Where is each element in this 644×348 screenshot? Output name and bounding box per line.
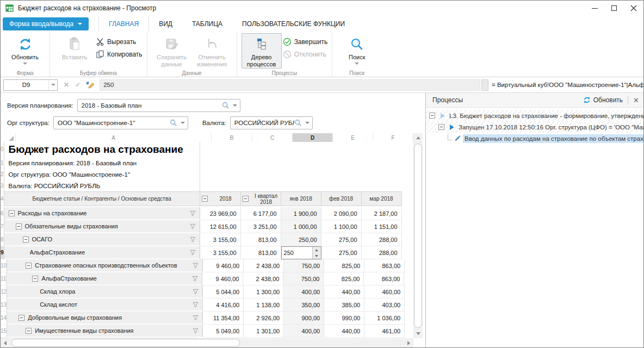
spinner-down-icon[interactable] xyxy=(313,253,321,259)
undo-changes-button[interactable]: Отменить изменения xyxy=(192,33,232,69)
form-io-menu-button[interactable]: Форма ввода/вывода xyxy=(3,17,89,30)
column-header-D[interactable]: D xyxy=(293,133,333,142)
scroll-up-button[interactable] xyxy=(413,133,423,142)
collapse-minus-icon[interactable] xyxy=(26,328,32,334)
filter-funnel-icon[interactable] xyxy=(190,250,196,257)
value-cell[interactable]: 3 155,00 xyxy=(200,233,241,246)
empty-cell[interactable] xyxy=(241,142,281,157)
minimize-button[interactable] xyxy=(585,1,604,16)
name-box-dropdown[interactable] xyxy=(48,80,57,90)
period-header-cell[interactable]: 2018 xyxy=(200,191,241,206)
value-cell[interactable]: 2 926,00 xyxy=(244,312,284,325)
collapse-minus-icon[interactable] xyxy=(18,315,24,321)
chevron-down-icon[interactable] xyxy=(305,122,309,124)
scroll-down-button[interactable] xyxy=(413,329,423,338)
filter-funnel-icon[interactable] xyxy=(190,237,196,244)
collapse-minus-icon[interactable] xyxy=(9,210,15,216)
value-cell[interactable]: 12 615,00 xyxy=(200,220,241,233)
value-cell[interactable]: 990,00 xyxy=(324,312,364,325)
paste-button[interactable]: Вставить xyxy=(54,33,95,61)
tab-user-functions[interactable]: ПОЛЬЗОВАТЕЛЬСКИЕ ФУНКЦИИ xyxy=(232,16,355,32)
currency-field[interactable]: РОССИЙСКИЙ РУБЛЬ xyxy=(230,116,313,129)
row-number[interactable]: 14 xyxy=(1,312,7,325)
value-cell[interactable]: 11 354,00 xyxy=(203,312,244,325)
empty-cell[interactable] xyxy=(281,142,321,157)
value-cell[interactable]: 385,00 xyxy=(324,299,364,312)
editing-cell-d9[interactable]: 250 xyxy=(281,246,321,259)
value-cell[interactable]: 863,00 xyxy=(364,272,404,285)
panel-close-icon[interactable]: ✕ xyxy=(633,96,639,104)
sheet-title-cell[interactable]: Бюджет расходов на страхование xyxy=(4,142,200,157)
budget-item-cell[interactable]: Имущественные виды страхования xyxy=(7,325,203,338)
chevron-down-icon[interactable] xyxy=(181,122,185,124)
filter-funnel-icon[interactable] xyxy=(190,210,196,217)
filter-funnel-icon[interactable] xyxy=(193,263,199,270)
info-cell[interactable]: Валюта: РОССИЙСКИЙ РУБЛЬ xyxy=(4,180,200,191)
value-cell[interactable]: 440,00 xyxy=(324,285,364,299)
value-cell[interactable]: 275,00 xyxy=(321,246,362,259)
budget-item-cell[interactable]: ОСАГО xyxy=(4,233,200,246)
budget-item-cell[interactable]: АльфаСтрахование xyxy=(4,246,200,259)
budget-item-cell[interactable]: Добровольные виды страхования xyxy=(7,312,203,325)
value-cell[interactable]: 900,00 xyxy=(284,312,324,325)
select-all-corner[interactable] xyxy=(1,133,16,142)
value-cell[interactable]: 440,00 xyxy=(324,325,364,338)
maximize-button[interactable] xyxy=(604,1,624,16)
budget-item-cell[interactable]: Склад хлора xyxy=(7,285,203,299)
filter-funnel-icon[interactable] xyxy=(193,328,199,335)
value-cell[interactable]: 403,00 xyxy=(364,299,405,312)
collapse-minus-icon[interactable] xyxy=(32,276,38,282)
reject-button[interactable]: Отклонить xyxy=(283,50,328,59)
value-cell[interactable]: 9 460,00 xyxy=(203,259,244,272)
period-header-cell[interactable]: янв 2018 xyxy=(281,191,321,206)
value-cell[interactable]: 1 000,00 xyxy=(281,220,321,233)
refresh-button[interactable]: Обновить xyxy=(5,33,45,65)
value-cell[interactable]: 460,00 xyxy=(364,285,405,299)
tab-table[interactable]: ТАБЛИЦА xyxy=(182,16,232,32)
finish-button[interactable]: Завершить xyxy=(283,38,328,46)
value-cell[interactable]: 9 460,00 xyxy=(202,272,243,285)
empty-cell[interactable] xyxy=(281,157,321,169)
copy-button[interactable]: Копировать xyxy=(96,50,143,59)
value-cell[interactable]: 1 138,00 xyxy=(244,299,284,312)
empty-cell[interactable] xyxy=(362,169,402,180)
value-cell[interactable]: 2 090,00 xyxy=(321,207,362,220)
save-data-button[interactable]: Сохранить данные xyxy=(152,33,192,69)
value-cell[interactable]: 1 300,00 xyxy=(244,285,284,299)
collapse-minus-icon[interactable] xyxy=(26,263,32,269)
column-header-F[interactable]: F xyxy=(373,133,413,142)
value-cell[interactable]: 1 151,00 xyxy=(362,220,402,233)
period-header-cell[interactable]: I квартал 2018 xyxy=(241,191,281,206)
value-cell[interactable]: 23 969,00 xyxy=(200,207,241,220)
version-field[interactable]: 2018 - Базовый план xyxy=(77,99,240,112)
process-tree-item[interactable]: Запущен 17.10.2018 12:50:16 Орг. структу… xyxy=(426,121,643,133)
row-number[interactable]: 10 xyxy=(1,259,7,272)
process-tree-button[interactable]: Дерево процессов xyxy=(242,33,282,69)
process-tree-item[interactable]: Ввод данных по расходам на страхование п… xyxy=(426,133,643,144)
column-header-C[interactable]: C xyxy=(252,133,293,142)
horizontal-scrollbar[interactable] xyxy=(1,338,413,347)
collapse-minus-icon[interactable] xyxy=(243,196,249,202)
filter-funnel-icon[interactable] xyxy=(192,276,198,283)
value-cell[interactable]: 5 044,00 xyxy=(203,285,244,299)
value-cell[interactable]: 2 438,00 xyxy=(244,259,284,272)
row-number[interactable]: 12 xyxy=(1,285,7,299)
column-header-A[interactable]: A xyxy=(16,133,212,142)
value-cell[interactable]: 1 036,00 xyxy=(364,312,405,325)
empty-cell[interactable] xyxy=(321,142,362,157)
value-cell[interactable]: 350,00 xyxy=(284,299,324,312)
value-cell[interactable]: 5 049,00 xyxy=(203,325,244,338)
value-cell[interactable]: 3 251,00 xyxy=(241,220,281,233)
empty-cell[interactable] xyxy=(321,169,362,180)
budget-item-cell[interactable]: Обязательные виды страхования xyxy=(4,220,200,233)
header-label-cell[interactable]: Бюджетные статьи / Контрагенты / Основны… xyxy=(4,191,200,206)
lookup-search-icon[interactable] xyxy=(170,119,177,127)
filter-funnel-icon[interactable] xyxy=(193,289,199,296)
value-cell[interactable]: 400,00 xyxy=(284,325,324,338)
filter-funnel-icon[interactable] xyxy=(193,302,199,309)
horizontal-scroll-thumb[interactable] xyxy=(11,339,240,347)
vertical-scrollbar[interactable] xyxy=(413,133,423,338)
row-number[interactable]: 15 xyxy=(1,325,7,338)
info-cell[interactable]: Орг структура: ООО "Машиностроение-1" xyxy=(4,169,200,180)
confirm-entry-icon[interactable]: ✓ xyxy=(75,81,81,89)
